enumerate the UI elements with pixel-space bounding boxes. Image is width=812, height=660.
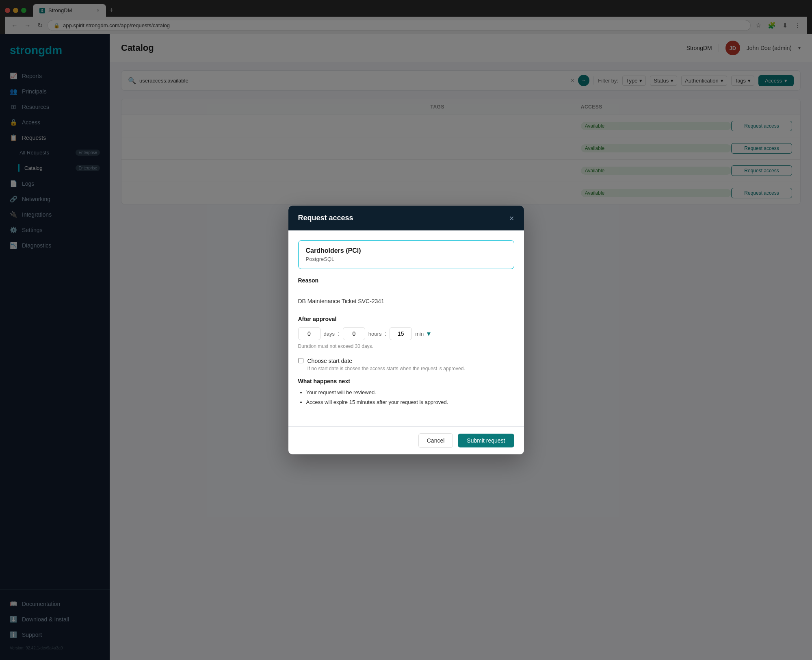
reason-divider xyxy=(298,288,514,288)
hours-input[interactable] xyxy=(343,327,365,340)
days-hours-separator: : xyxy=(338,330,340,337)
modal-overlay: Request access × Cardholders (PCI) Postg… xyxy=(110,62,812,660)
reason-input[interactable] xyxy=(298,295,514,308)
what-happens-list: Your request will be reviewed. Access wi… xyxy=(298,388,514,407)
what-happens-next-section: What happens next Your request will be r… xyxy=(298,378,514,407)
resource-name: Cardholders (PCI) xyxy=(306,247,507,254)
start-date-row: Choose start date If no start date is ch… xyxy=(298,357,514,371)
hours-min-separator: : xyxy=(385,330,386,337)
modal-body: Cardholders (PCI) PostgreSQL Reason Afte… xyxy=(288,230,524,426)
start-date-label[interactable]: Choose start date xyxy=(307,358,353,364)
content-area: 🔍 × → Filter by: Type ▾ Status ▾ Authent… xyxy=(110,62,812,660)
modal-header: Request access × xyxy=(288,206,524,230)
resource-type: PostgreSQL xyxy=(306,256,507,262)
after-approval-label: After approval xyxy=(298,316,514,322)
list-item: Access will expire 15 minutes after your… xyxy=(306,397,514,407)
submit-request-button[interactable]: Submit request xyxy=(458,434,514,447)
app-container: strongdm 📈 Reports 👥 Principals ⊞ Resour… xyxy=(0,34,812,660)
reason-label: Reason xyxy=(298,277,514,284)
duration-row: days : hours : min ▾ xyxy=(298,327,514,340)
start-date-label-area: Choose start date If no start date is ch… xyxy=(307,357,465,371)
request-access-modal: Request access × Cardholders (PCI) Postg… xyxy=(288,206,524,454)
main-area: Catalog StrongDM JD John Doe (admin) ▾ 🔍… xyxy=(110,34,812,660)
modal-title: Request access xyxy=(298,214,353,222)
hours-unit: hours xyxy=(368,331,382,337)
minutes-input[interactable] xyxy=(390,327,412,340)
duration-hint: Duration must not exceed 30 days. xyxy=(298,343,514,349)
cancel-button[interactable]: Cancel xyxy=(418,433,453,448)
start-date-checkbox[interactable] xyxy=(298,358,303,363)
duration-dropdown-button[interactable]: ▾ xyxy=(427,329,431,338)
list-item: Your request will be reviewed. xyxy=(306,388,514,397)
what-happens-next-title: What happens next xyxy=(298,378,514,384)
days-unit: days xyxy=(324,331,335,337)
start-date-hint: If no start date is chosen the access st… xyxy=(307,366,465,371)
min-unit: min xyxy=(415,331,424,337)
after-approval-section: After approval days : hours : min ▾ xyxy=(298,316,514,349)
modal-close-button[interactable]: × xyxy=(509,214,514,222)
resource-card: Cardholders (PCI) PostgreSQL xyxy=(298,240,514,269)
days-input[interactable] xyxy=(298,327,320,340)
modal-footer: Cancel Submit request xyxy=(288,426,524,454)
